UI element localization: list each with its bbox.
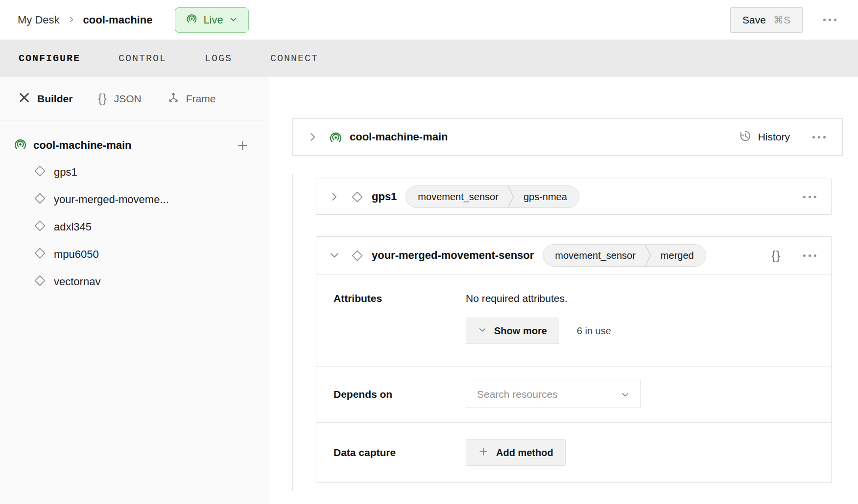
attributes-label: Attributes	[334, 293, 466, 344]
collapse-chevron-down-icon[interactable]	[329, 250, 340, 261]
tools-icon	[18, 91, 31, 107]
show-more-label: Show more	[494, 325, 547, 337]
mode-builder[interactable]: Builder	[18, 91, 72, 107]
frame-axes-icon	[167, 91, 180, 106]
component-diamond-icon	[351, 190, 364, 204]
data-capture-section: Data capture Add method	[316, 422, 831, 482]
history-clock-icon	[739, 130, 752, 145]
tree-root-label: cool-machine-main	[33, 139, 131, 152]
save-shortcut: ⌘S	[773, 14, 790, 26]
component-card-gps1: gps1 movement_sensor gps-nmea	[316, 179, 832, 215]
live-status-label: Live	[203, 14, 223, 26]
component-type-model-tag: movement_sensor gps-nmea	[405, 185, 579, 208]
expand-chevron-right-icon[interactable]	[329, 191, 340, 202]
machine-card-title: cool-machine-main	[350, 131, 448, 143]
attributes-empty-text: No required attributes.	[466, 293, 611, 304]
breadcrumb-parent[interactable]: My Desk	[18, 14, 60, 26]
mode-frame[interactable]: Frame	[167, 91, 216, 106]
mode-json-label: JSON	[114, 93, 142, 105]
tree-item-label: adxl345	[54, 221, 92, 233]
tab-bar: CONFIGURE CONTROL LOGS CONNECT	[0, 40, 858, 77]
add-method-button[interactable]: Add method	[466, 439, 566, 466]
component-type: movement_sensor	[406, 186, 507, 207]
mode-json[interactable]: {} JSON	[98, 92, 141, 105]
live-status-dropdown[interactable]: Live	[175, 7, 248, 33]
component-card-merged-sensor: your-merged-movement-sensor movement_sen…	[316, 236, 832, 483]
depends-on-select[interactable]: Search resources	[466, 381, 641, 408]
tree-item-mpu6050[interactable]: mpu6050	[14, 241, 249, 268]
add-method-label: Add method	[496, 447, 553, 458]
tree-connector-line	[292, 174, 293, 491]
app-header: My Desk cool-machine Live Save ⌘S	[0, 0, 858, 40]
broadcast-icon	[329, 131, 342, 144]
tree-item-label: your-merged-moveme...	[54, 193, 169, 206]
breadcrumb-separator-icon	[68, 14, 75, 26]
tree-item-label: gps1	[54, 166, 77, 179]
mode-builder-label: Builder	[37, 93, 72, 105]
chevron-down-icon	[478, 325, 487, 337]
attributes-section: Attributes No required attributes. Show …	[316, 274, 831, 366]
component-diamond-icon	[33, 164, 47, 181]
breadcrumb-current: cool-machine	[83, 14, 153, 26]
breadcrumb: My Desk cool-machine	[18, 14, 152, 26]
show-more-button[interactable]: Show more	[466, 318, 559, 344]
history-label: History	[758, 131, 790, 143]
machine-card-menu-icon[interactable]	[810, 134, 828, 140]
component-diamond-icon	[351, 249, 364, 262]
component-menu-icon[interactable]	[801, 194, 818, 200]
view-mode-toggle: Builder {} JSON Frame	[0, 77, 268, 120]
config-sidebar: Builder {} JSON Frame	[0, 77, 268, 504]
tree-item-adxl345[interactable]: adxl345	[14, 213, 249, 241]
tree-item-machine-main[interactable]: cool-machine-main	[14, 132, 249, 159]
component-diamond-icon	[33, 192, 47, 208]
config-main-panel: cool-machine-main History	[268, 77, 858, 504]
machine-card: cool-machine-main History	[292, 118, 843, 156]
tree-item-merged-sensor[interactable]: your-merged-moveme...	[14, 186, 249, 213]
plus-icon	[478, 446, 489, 459]
edit-json-braces-icon[interactable]: {}	[771, 249, 781, 263]
tab-control[interactable]: CONTROL	[119, 53, 167, 64]
tree-item-label: vectornav	[54, 275, 100, 288]
braces-icon: {}	[98, 92, 107, 105]
tab-connect[interactable]: CONNECT	[270, 53, 318, 64]
tag-divider-icon	[644, 245, 652, 266]
depends-on-section: Depends on Search resources	[316, 366, 831, 422]
component-name: your-merged-movement-sensor	[372, 249, 534, 262]
expand-chevron-right-icon[interactable]	[308, 132, 318, 142]
tab-configure[interactable]: CONFIGURE	[19, 53, 80, 64]
save-label: Save	[742, 14, 766, 26]
component-model: merged	[652, 245, 706, 266]
resource-tree: cool-machine-main gps1 your-merged-movem…	[0, 120, 268, 296]
broadcast-icon	[14, 137, 27, 154]
component-menu-icon[interactable]	[801, 252, 818, 259]
save-button[interactable]: Save ⌘S	[730, 7, 803, 33]
broadcast-icon	[186, 13, 197, 27]
component-diamond-icon	[33, 247, 47, 263]
component-type-model-tag: movement_sensor merged	[543, 244, 706, 267]
header-actions: Save ⌘S	[730, 7, 838, 33]
depends-on-placeholder: Search resources	[477, 389, 558, 400]
tag-divider-icon	[507, 186, 515, 207]
depends-on-label: Depends on	[334, 389, 466, 400]
tree-item-vectornav[interactable]: vectornav	[14, 268, 249, 296]
data-capture-label: Data capture	[334, 447, 466, 458]
chevron-down-icon	[620, 390, 630, 399]
header-more-menu-icon[interactable]	[821, 17, 838, 23]
history-button[interactable]: History	[739, 130, 790, 145]
add-resource-icon[interactable]	[236, 139, 249, 152]
component-diamond-icon	[33, 219, 47, 235]
attributes-in-use-count: 6 in use	[577, 325, 611, 337]
component-type: movement_sensor	[543, 245, 644, 266]
component-diamond-icon	[33, 274, 47, 290]
tab-logs[interactable]: LOGS	[205, 53, 232, 64]
tree-item-gps1[interactable]: gps1	[14, 159, 249, 186]
chevron-down-icon	[229, 14, 238, 26]
component-name: gps1	[372, 190, 397, 203]
mode-frame-label: Frame	[186, 93, 216, 105]
component-model: gps-nmea	[515, 186, 579, 207]
tree-item-label: mpu6050	[54, 248, 99, 261]
component-card-header: your-merged-movement-sensor movement_sen…	[316, 237, 831, 274]
